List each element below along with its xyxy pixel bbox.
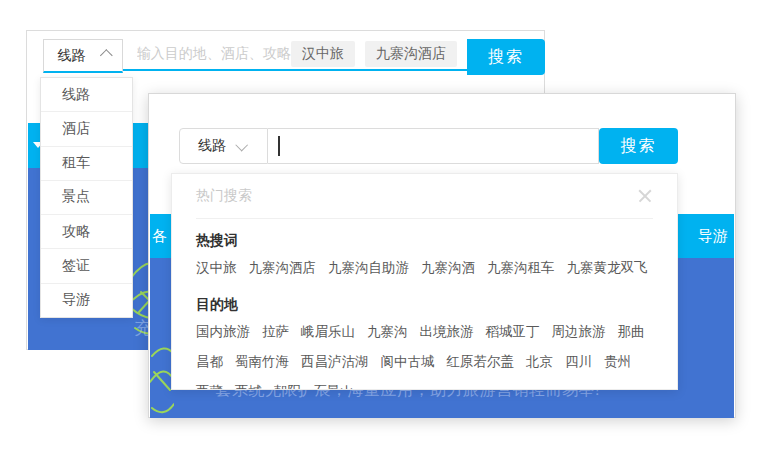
hot-search-link[interactable]: 九寨沟 (367, 324, 408, 339)
dropdown-option[interactable]: 攻略 (41, 214, 132, 248)
back-search-bar: 线路 输入目的地、酒店、攻略 汉中旅九寨沟酒店 搜索 (43, 39, 545, 75)
popup-sections: 热搜词汉中旅九寨沟酒店九寨沟自助游九寨沟酒九寨沟租车九寨黄龙双飞目的地国内旅游拉… (196, 232, 653, 390)
hot-search-link[interactable]: 蜀南竹海 (235, 354, 289, 369)
history-tag[interactable]: 九寨沟酒店 (365, 41, 457, 67)
hot-search-link[interactable]: 拉萨 (262, 324, 289, 339)
hot-search-link[interactable]: 稻城亚丁 (486, 324, 540, 339)
history-tags: 汉中旅九寨沟酒店 (291, 41, 467, 67)
dropdown-option[interactable]: 签证 (41, 248, 132, 282)
front-search-bar: 线路 搜索 (179, 128, 678, 164)
hot-search-link[interactable]: 朝阳 (274, 384, 301, 390)
front-category-label: 线路 (198, 137, 226, 155)
popup-link-row: 国内旅游拉萨峨眉乐山九寨沟出境旅游稻城亚丁周边旅游那曲 (196, 317, 653, 347)
hot-search-link[interactable]: 西城 (235, 384, 262, 390)
hot-search-link[interactable]: 九寨沟自助游 (328, 260, 409, 275)
dropdown-option[interactable]: 景点 (41, 180, 132, 214)
popup-link-row: 西藏西城朝阳石景山 (196, 377, 653, 390)
history-tag[interactable]: 汉中旅 (291, 41, 355, 67)
hot-search-link[interactable]: 九寨沟酒店 (249, 260, 317, 275)
hot-search-link[interactable]: 西昌泸沽湖 (301, 354, 369, 369)
popup-title: 热门搜索 (196, 187, 252, 205)
hot-search-link[interactable]: 九寨沟酒 (421, 260, 475, 275)
hot-search-link[interactable]: 出境旅游 (420, 324, 474, 339)
hot-search-popup: 热门搜索 热搜词汉中旅九寨沟酒店九寨沟自助游九寨沟酒九寨沟租车九寨黄龙双飞目的地… (171, 173, 678, 390)
front-search-button[interactable]: 搜索 (599, 128, 678, 164)
hot-search-link[interactable]: 峨眉乐山 (301, 324, 355, 339)
popup-link-row: 汉中旅九寨沟酒店九寨沟自助游九寨沟酒九寨沟租车九寨黄龙双飞 (196, 253, 653, 283)
dropdown-option[interactable]: 线路 (41, 78, 132, 111)
front-category-selector[interactable]: 线路 (179, 128, 268, 164)
back-input-placeholder: 输入目的地、酒店、攻略 (137, 45, 291, 63)
back-search-input[interactable]: 输入目的地、酒店、攻略 汉中旅九寨沟酒店 (123, 39, 467, 71)
dropdown-option[interactable]: 导游 (41, 283, 132, 317)
hot-search-link[interactable]: 那曲 (618, 324, 645, 339)
hot-search-link[interactable]: 石景山 (313, 384, 354, 390)
hot-search-link[interactable]: 四川 (565, 354, 592, 369)
hot-search-link[interactable]: 红原若尔盖 (447, 354, 515, 369)
hot-search-link[interactable]: 周边旅游 (552, 324, 606, 339)
popup-section-heading: 热搜词 (196, 232, 653, 250)
popup-link-row: 昌都蜀南竹海西昌泸沽湖阆中古城红原若尔盖北京四川贵州 (196, 347, 653, 377)
chevron-up-icon (100, 49, 113, 62)
popup-section-heading: 目的地 (196, 296, 653, 314)
hot-search-link[interactable]: 九寨沟租车 (487, 260, 555, 275)
category-dropdown-menu: 线路酒店租车景点攻略签证导游 (40, 77, 133, 318)
nav-item-partial-label: 各 (152, 214, 167, 258)
back-category-selector[interactable]: 线路 (43, 39, 123, 73)
dropdown-option[interactable]: 租车 (41, 146, 132, 180)
hot-search-link[interactable]: 北京 (526, 354, 553, 369)
close-icon[interactable] (637, 188, 653, 204)
popup-header: 热门搜索 (196, 174, 653, 219)
text-caret (278, 136, 280, 156)
hot-search-link[interactable]: 九寨黄龙双飞 (567, 260, 648, 275)
front-search-card: 线路 搜索 各 导游 (148, 93, 736, 418)
back-search-button[interactable]: 搜索 (467, 39, 545, 75)
hot-search-link[interactable]: 贵州 (604, 354, 631, 369)
back-category-label: 线路 (57, 47, 85, 65)
front-search-input[interactable] (268, 128, 599, 164)
nav-item-guide[interactable]: 导游 (698, 214, 728, 258)
dropdown-option[interactable]: 酒店 (41, 111, 132, 145)
hot-search-link[interactable]: 西藏 (196, 384, 223, 390)
hot-search-link[interactable]: 国内旅游 (196, 324, 250, 339)
hot-search-link[interactable]: 昌都 (196, 354, 223, 369)
travel-search-widget-demo: 线路 输入目的地、酒店、攻略 汉中旅九寨沟酒店 搜索 充 (0, 0, 768, 449)
chevron-down-icon (235, 138, 248, 151)
hot-search-link[interactable]: 汉中旅 (196, 260, 237, 275)
hot-search-link[interactable]: 阆中古城 (381, 354, 435, 369)
